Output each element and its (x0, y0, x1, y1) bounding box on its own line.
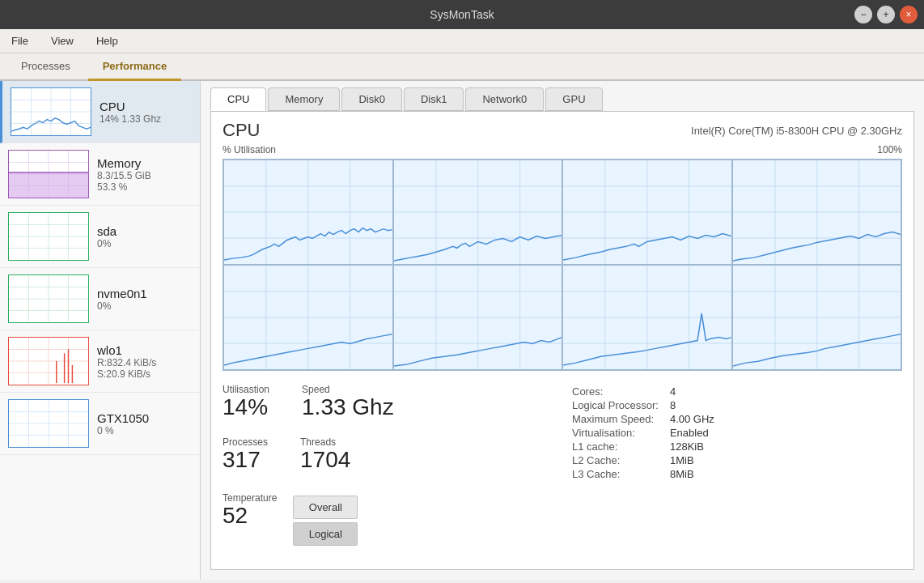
sda-info: sda 0% (97, 224, 192, 249)
logical-label: Logical Processor: (572, 399, 668, 411)
wlo1-info: wlo1 R:832.4 KiB/s S:20.9 KiB/s (97, 343, 192, 380)
overall-button[interactable]: Overall (293, 496, 358, 519)
cpu-graph-7 (732, 265, 902, 370)
subtab-disk0[interactable]: Disk0 (341, 87, 402, 111)
wlo1-name: wlo1 (97, 343, 192, 357)
info-row-virt: Virtualisation: Enabled (572, 427, 714, 439)
nvme-info: nvme0n1 0% (97, 287, 192, 312)
subtab-cpu[interactable]: CPU (210, 87, 266, 111)
gpu-thumb (8, 399, 89, 448)
gpu-name: GTX1050 (97, 411, 192, 425)
temp-value: 52 (223, 504, 277, 529)
stats-row: Utilisastion 14% Speed 1.33 Ghz Processe… (223, 384, 902, 546)
nvme-thumb (8, 274, 89, 323)
memory-detail2: 53.3 % (97, 181, 192, 193)
stats-left: Utilisastion 14% Speed 1.33 Ghz Processe… (223, 384, 554, 546)
window-controls: − + × (854, 6, 918, 23)
nvme-name: nvme0n1 (97, 287, 192, 300)
tab-performance[interactable]: Performance (88, 53, 181, 81)
cpu-info-table: Cores: 4 Logical Processor: 8 Maximum Sp… (570, 384, 716, 482)
sidebar-item-gpu[interactable]: GTX1050 0 % (0, 393, 200, 455)
main-tabs: Processes Performance (0, 53, 924, 81)
threads-label: Threads (300, 436, 350, 448)
cpu-graph-6 (562, 265, 732, 370)
l2-value: 1MiB (670, 454, 714, 466)
l1-label: L1 cache: (572, 440, 668, 453)
cpu-graphs-grid (223, 159, 902, 371)
info-row-l2: L2 Cache: 1MiB (572, 454, 714, 466)
close-button[interactable]: × (900, 6, 918, 23)
info-row-l3: L3 Cache: 8MiB (572, 468, 714, 480)
virt-value: Enabled (670, 427, 714, 439)
l1-value: 128KiB (670, 440, 714, 453)
cpu-graph-5 (393, 265, 563, 370)
gpu-info: GTX1050 0 % (97, 411, 192, 436)
processes-label: Processes (223, 436, 268, 448)
svg-rect-12 (9, 172, 88, 198)
app-title: SysMonTask (430, 8, 494, 21)
cpu-graph-2 (562, 160, 732, 265)
util-bar-header: % Utilisation 100% (223, 144, 902, 155)
virt-label: Virtualisation: (572, 427, 668, 439)
cpu-title: CPU (223, 120, 260, 141)
view-buttons: Overall Logical (293, 496, 358, 546)
menu-help[interactable]: Help (91, 32, 123, 50)
content-body: CPU Intel(R) Core(TM) i5-8300H CPU @ 2.3… (210, 111, 914, 570)
temp-block: Temperature 52 (223, 492, 277, 529)
sidebar-item-cpu[interactable]: CPU 14% 1.33 Ghz (0, 81, 200, 143)
sda-name: sda (97, 224, 192, 238)
util-label: % Utilisation (223, 144, 276, 155)
memory-thumb (8, 150, 89, 198)
memory-detail1: 8.3/15.5 GiB (97, 170, 192, 181)
sidebar-item-sda[interactable]: sda 0% (0, 206, 200, 268)
wlo1-thumb (8, 337, 89, 385)
maxspeed-label: Maximum Speed: (572, 413, 668, 425)
nvme-detail: 0% (97, 300, 192, 312)
logical-button[interactable]: Logical (293, 522, 358, 546)
cores-label: Cores: (572, 385, 668, 398)
sidebar-item-memory[interactable]: Memory 8.3/15.5 GiB 53.3 % (0, 143, 200, 206)
cpu-info: CPU 14% 1.33 Ghz (100, 100, 192, 125)
cpu-graph-1 (393, 160, 563, 265)
stats-right: Cores: 4 Logical Processor: 8 Maximum Sp… (554, 384, 902, 546)
menubar: File View Help (0, 29, 924, 53)
info-row-maxspeed: Maximum Speed: 4.00 GHz (572, 413, 714, 425)
subtab-gpu[interactable]: GPU (545, 87, 602, 111)
menu-file[interactable]: File (6, 32, 33, 50)
l2-label: L2 Cache: (572, 454, 668, 466)
minimize-button[interactable]: − (854, 6, 872, 23)
cores-value: 4 (670, 385, 714, 398)
logical-value: 8 (670, 399, 714, 411)
cpu-thumb (11, 87, 91, 136)
memory-name: Memory (97, 156, 192, 170)
maximize-button[interactable]: + (877, 6, 895, 23)
subtab-memory[interactable]: Memory (268, 87, 340, 111)
sda-thumb (8, 212, 89, 261)
utilisation-value: 14% (223, 395, 269, 420)
info-row-cores: Cores: 4 (572, 385, 714, 398)
cpu-model: Intel(R) Core(TM) i5-8300H CPU @ 2.30GHz (691, 125, 902, 137)
menu-view[interactable]: View (46, 32, 78, 50)
subtab-network0[interactable]: Network0 (465, 87, 544, 111)
sidebar-item-nvme[interactable]: nvme0n1 0% (0, 268, 200, 330)
speed-label: Speed (302, 384, 394, 395)
cpu-graph-4 (223, 265, 393, 370)
subtab-disk1[interactable]: Disk1 (404, 87, 464, 111)
cpu-name: CPU (100, 100, 192, 113)
sub-tabs: CPU Memory Disk0 Disk1 Network0 GPU (201, 81, 924, 111)
processes-block: Processes 317 (223, 436, 268, 473)
content-area: CPU Memory Disk0 Disk1 Network0 GPU CPU … (201, 81, 924, 580)
tab-processes[interactable]: Processes (6, 53, 85, 81)
utilisation-block: Utilisastion 14% (223, 384, 269, 420)
threads-block: Threads 1704 (300, 436, 350, 473)
utilisation-label: Utilisastion (223, 384, 269, 395)
info-row-logical: Logical Processor: 8 (572, 399, 714, 411)
sidebar-item-wlo1[interactable]: wlo1 R:832.4 KiB/s S:20.9 KiB/s (0, 330, 200, 393)
cpu-graph-0 (223, 160, 393, 265)
info-row-l1: L1 cache: 128KiB (572, 440, 714, 453)
maxspeed-value: 4.00 GHz (670, 413, 714, 425)
main-layout: CPU 14% 1.33 Ghz Memory 8. (0, 81, 924, 580)
speed-value: 1.33 Ghz (302, 395, 394, 420)
wlo1-detail1: R:832.4 KiB/s (97, 357, 192, 368)
temp-label: Temperature (223, 492, 277, 504)
